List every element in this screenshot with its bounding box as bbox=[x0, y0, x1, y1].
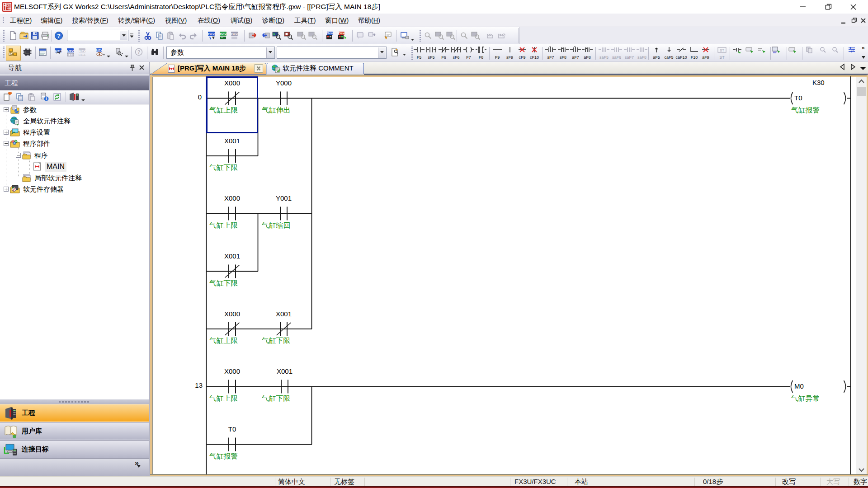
svg-text:13: 13 bbox=[195, 381, 203, 389]
svg-text:Y000: Y000 bbox=[276, 79, 292, 87]
svg-text:X001: X001 bbox=[277, 367, 292, 375]
svg-text:M0: M0 bbox=[794, 382, 804, 390]
svg-text:ST: ST bbox=[720, 48, 724, 52]
svg-text:Dev: Dev bbox=[96, 48, 103, 52]
svg-text:气缸下限: 气缸下限 bbox=[262, 337, 290, 344]
svg-text:气缸下限: 气缸下限 bbox=[262, 394, 290, 402]
svg-text:0: 0 bbox=[198, 93, 202, 101]
svg-text:X000: X000 bbox=[224, 367, 240, 375]
svg-text:X001: X001 bbox=[276, 310, 292, 318]
svg-text:气缸上限: 气缸上限 bbox=[209, 394, 238, 402]
svg-text:气缸下限: 气缸下限 bbox=[209, 279, 238, 287]
svg-text:Y001: Y001 bbox=[276, 194, 292, 202]
svg-text:i: i bbox=[46, 97, 47, 101]
svg-text:?: ? bbox=[57, 33, 61, 39]
svg-text:气缸下限: 气缸下限 bbox=[209, 164, 238, 171]
svg-text:Dev: Dev bbox=[220, 32, 226, 36]
svg-text:气缸报警: 气缸报警 bbox=[791, 106, 820, 114]
svg-text:CC-L: CC-L bbox=[79, 53, 86, 56]
svg-text:气缸上限: 气缸上限 bbox=[209, 337, 238, 344]
svg-text:X001: X001 bbox=[224, 252, 240, 260]
svg-text:Dev: Dev bbox=[79, 49, 85, 53]
svg-text:?: ? bbox=[137, 49, 141, 55]
svg-text:K30: K30 bbox=[812, 79, 825, 86]
svg-text:气缸异常: 气缸异常 bbox=[791, 394, 820, 402]
svg-text:Dev: Dev bbox=[231, 32, 238, 36]
svg-text:气缸上限: 气缸上限 bbox=[209, 221, 238, 229]
svg-text:Dev: Dev bbox=[327, 31, 334, 35]
svg-text:T0: T0 bbox=[228, 425, 236, 433]
svg-text:气缸缩回: 气缸缩回 bbox=[262, 221, 290, 229]
svg-text:Dev: Dev bbox=[208, 32, 215, 36]
svg-text:Dev: Dev bbox=[339, 31, 345, 35]
svg-text:气缸报警: 气缸报警 bbox=[209, 452, 238, 460]
svg-text:X000: X000 bbox=[224, 194, 240, 202]
svg-text:Dev: Dev bbox=[67, 49, 74, 53]
svg-text:T0: T0 bbox=[794, 94, 802, 102]
svg-text:气缸伸出: 气缸伸出 bbox=[262, 106, 290, 114]
svg-text:X001: X001 bbox=[224, 137, 240, 145]
svg-text:X000: X000 bbox=[224, 310, 240, 318]
